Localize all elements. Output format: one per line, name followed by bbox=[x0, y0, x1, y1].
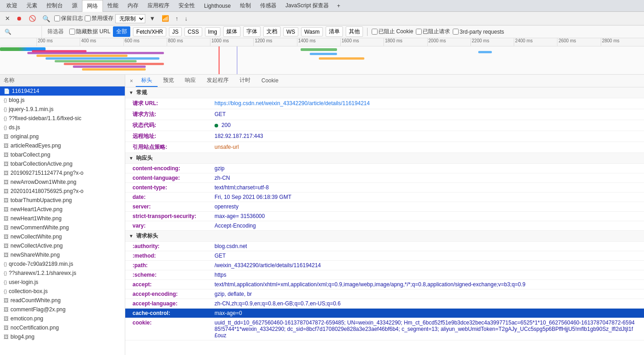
general-section-title: 常规 bbox=[136, 89, 147, 96]
right-panel: × 标头 预览 响应 发起程序 计时 Cookie ▼ 常规 请求 URL: h… bbox=[125, 75, 644, 355]
tab-console[interactable]: 控制台 bbox=[42, 0, 67, 11]
third-party-checkbox[interactable]: 3rd-party requests bbox=[453, 29, 504, 35]
file-item-8[interactable]: 🖼tobarCollectionActive.png bbox=[0, 159, 125, 168]
file-item-16[interactable]: 🖼newCollectWhite.png bbox=[0, 232, 125, 241]
tab-timing[interactable]: 计时 bbox=[234, 75, 256, 87]
file-type-icon: 🖼 bbox=[4, 234, 9, 239]
vary-row: vary: Accept-Encoding bbox=[125, 221, 644, 231]
timeline-bars[interactable] bbox=[0, 46, 644, 75]
close-devtools-button[interactable]: ✕ bbox=[3, 14, 12, 23]
file-name-label: emoticon.png bbox=[10, 315, 43, 322]
import-button[interactable]: ▼ bbox=[147, 14, 158, 23]
tab-cookies[interactable]: Cookie bbox=[256, 76, 284, 86]
file-item-15[interactable]: 🖼newCommentWhite.png bbox=[0, 223, 125, 232]
general-section-header[interactable]: ▼ 常规 bbox=[125, 87, 644, 98]
file-item-20[interactable]: {}??sharewx/1.2.1/sharewx.js bbox=[0, 269, 125, 278]
tab-paint[interactable]: 绘制 bbox=[235, 0, 256, 11]
tab-response[interactable]: 响应 bbox=[179, 75, 201, 87]
tab-lighthouse[interactable]: Lighthouse bbox=[199, 1, 235, 11]
file-item-4[interactable]: {}ds.js bbox=[0, 123, 125, 132]
close-detail-button[interactable]: × bbox=[127, 78, 136, 84]
file-item-17[interactable]: 🖼newCollectActive.png bbox=[0, 241, 125, 250]
tab-elements[interactable]: 元素 bbox=[22, 0, 42, 11]
file-item-13[interactable]: 🖼newHeart1Active.png bbox=[0, 205, 125, 214]
scheme-value: https bbox=[215, 272, 637, 278]
tab-preview[interactable]: 预览 bbox=[158, 75, 179, 87]
filter-other-button[interactable]: 其他 bbox=[346, 26, 363, 37]
response-headers-section-header[interactable]: ▼ 响应头 bbox=[125, 153, 644, 164]
file-item-10[interactable]: 🖼newArrowDown1White.png bbox=[0, 178, 125, 187]
upload-button[interactable]: ↑ bbox=[173, 14, 181, 23]
filter-font-button[interactable]: 字体 bbox=[243, 26, 261, 37]
file-item-26[interactable]: 🖼nocCertification.png bbox=[0, 323, 125, 332]
date-label: date: bbox=[133, 194, 215, 200]
filter-fetch-xhr-button[interactable]: Fetch/XHR bbox=[133, 27, 166, 36]
content-type-value: text/html;charset=utf-8 bbox=[215, 184, 637, 191]
file-item-1[interactable]: {}blog.js bbox=[0, 96, 125, 105]
file-type-icon: {} bbox=[4, 279, 7, 285]
search-button[interactable]: 🔍 bbox=[40, 14, 52, 23]
tab-memory[interactable]: 内存 bbox=[123, 0, 143, 11]
file-item-21[interactable]: {}user-login.js bbox=[0, 278, 125, 287]
tab-sources[interactable]: 源 bbox=[67, 0, 82, 11]
blocked-cookies-checkbox[interactable]: 已阻止 Cookie bbox=[372, 28, 414, 36]
file-item-27[interactable]: 🖼blog4.png bbox=[0, 332, 125, 341]
file-item-25[interactable]: 🖼emoticon.png bbox=[0, 314, 125, 323]
tick-1800: 1800 ms bbox=[383, 38, 427, 46]
file-item-2[interactable]: {}jquery-1.9.1.min.js bbox=[0, 105, 125, 114]
content-encoding-label: content-encoding: bbox=[133, 165, 215, 172]
file-item-19[interactable]: {}qrcode-7c90a92189.min.js bbox=[0, 259, 125, 269]
file-item-22[interactable]: {}collection-box.js bbox=[0, 287, 125, 296]
filter-media-button[interactable]: 媒体 bbox=[223, 26, 240, 37]
blocked-requests-checkbox[interactable]: 已阻止请求 bbox=[416, 28, 450, 36]
tab-security[interactable]: 安全性 bbox=[174, 0, 199, 11]
tab-headers[interactable]: 标头 bbox=[136, 75, 158, 87]
hide-data-url-checkbox[interactable]: 隐藏数据 URL bbox=[69, 28, 110, 36]
file-name-label: 20201014180756925.png?x-o bbox=[10, 188, 83, 194]
disable-cache-checkbox[interactable]: 禁用缓存 bbox=[85, 15, 113, 22]
download-button[interactable]: ↓ bbox=[182, 14, 190, 23]
tab-application[interactable]: 应用程序 bbox=[143, 0, 174, 11]
filter-wasm-button[interactable]: Wasm bbox=[301, 27, 323, 36]
clear-button[interactable]: 🚫 bbox=[26, 14, 38, 23]
add-tab-button[interactable]: + bbox=[333, 1, 344, 11]
network-conditions-button[interactable]: 📶 bbox=[159, 14, 171, 23]
filter-css-button[interactable]: CSS bbox=[184, 27, 202, 36]
tab-initiator[interactable]: 发起程序 bbox=[201, 75, 234, 87]
file-item-24[interactable]: 🖼commentFlag@2x.png bbox=[0, 305, 125, 314]
file-item-11[interactable]: 🖼20201014180756925.png?x-o bbox=[0, 187, 125, 196]
file-list: 📄116194214{}blog.js{}jquery-1.9.1.min.js… bbox=[0, 86, 125, 341]
file-type-icon: 🖼 bbox=[4, 243, 9, 248]
file-item-14[interactable]: 🖼newHeart1White.png bbox=[0, 214, 125, 223]
file-item-23[interactable]: 🖼readCountWhite.png bbox=[0, 296, 125, 305]
file-item-9[interactable]: 🖼20190927151124774.png?x-o bbox=[0, 168, 125, 178]
file-item-5[interactable]: 🖼original.png bbox=[0, 132, 125, 141]
tab-sensors[interactable]: 传感器 bbox=[256, 0, 281, 11]
file-item-3[interactable]: {}??fixed-sidebar/1.1.6/fixed-sic bbox=[0, 114, 125, 123]
preserve-log-checkbox[interactable]: 保留日志 bbox=[54, 15, 83, 22]
accept-encoding-label: accept-encoding: bbox=[133, 291, 215, 297]
search-box[interactable]: 🔍 bbox=[2, 26, 42, 38]
file-name-label: user-login.js bbox=[9, 279, 38, 285]
file-item-7[interactable]: 🖼tobarCollect.png bbox=[0, 150, 125, 159]
file-item-0[interactable]: 📄116194214 bbox=[0, 86, 125, 96]
tab-js-profiler[interactable]: JavaScript 探查器 bbox=[281, 0, 333, 11]
search-input[interactable] bbox=[11, 29, 39, 35]
throttle-select[interactable]: 无限制 bbox=[115, 14, 145, 23]
cookie-row: cookie: uuid_tt_dd=10_6627560460-1613787… bbox=[125, 318, 644, 340]
filter-img-button[interactable]: Img bbox=[205, 27, 220, 36]
file-item-6[interactable]: 🖼articleReadEyes.png bbox=[0, 141, 125, 150]
filter-all-button[interactable]: 全部 bbox=[113, 26, 130, 37]
file-item-18[interactable]: 🖼newShareWhite.png bbox=[0, 250, 125, 259]
filter-js-button[interactable]: JS bbox=[169, 27, 182, 36]
tab-performance[interactable]: 性能 bbox=[103, 0, 123, 11]
tab-network[interactable]: 网络 bbox=[82, 0, 103, 12]
tab-welcome[interactable]: 欢迎 bbox=[2, 0, 22, 11]
server-value: openresty bbox=[215, 203, 637, 210]
stop-recording-button[interactable]: ⏺ bbox=[14, 14, 25, 23]
file-item-12[interactable]: 🖼tobarThumbUpactive.png bbox=[0, 196, 125, 205]
request-headers-section-header[interactable]: ▼ 请求标头 bbox=[125, 231, 644, 242]
filter-manifest-button[interactable]: 清单 bbox=[326, 26, 343, 37]
filter-doc-button[interactable]: 文档 bbox=[263, 26, 281, 37]
filter-ws-button[interactable]: WS bbox=[283, 27, 298, 36]
